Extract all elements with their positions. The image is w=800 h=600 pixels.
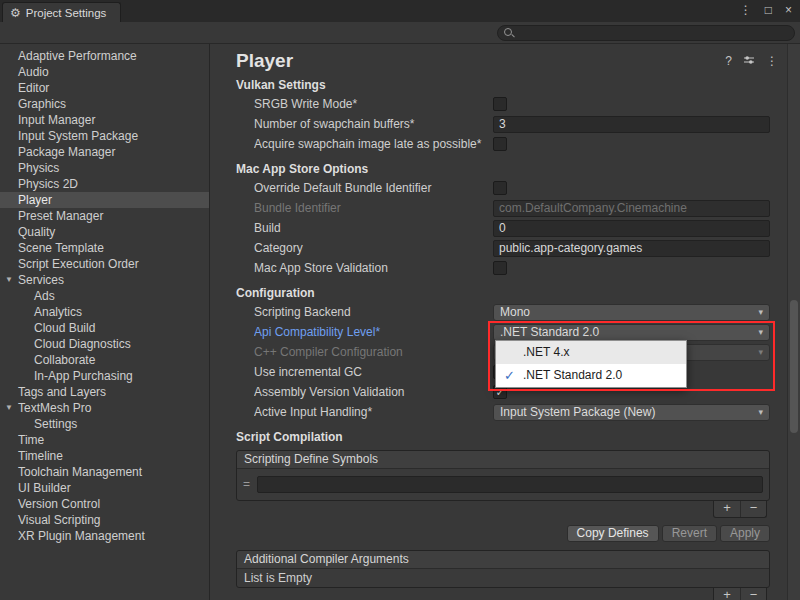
sidebar-item-package-manager[interactable]: Package Manager xyxy=(0,144,209,160)
sidebar-item-player[interactable]: Player xyxy=(0,192,209,208)
sidebar-item-label: Quality xyxy=(18,225,55,239)
sidebar-item-label: Time xyxy=(18,433,44,447)
close-icon[interactable]: × xyxy=(785,3,792,17)
sidebar-item-label: Tags and Layers xyxy=(18,385,106,399)
apply-button: Apply xyxy=(720,525,770,542)
compiler-arguments-footer: + − xyxy=(236,588,770,600)
popup-option-label: .NET Standard 2.0 xyxy=(523,368,622,382)
scripting-define-symbols-header: Scripting Define Symbols xyxy=(237,451,769,469)
sidebar-item-label: Script Execution Order xyxy=(18,257,139,271)
section-configuration: Configuration xyxy=(236,284,770,302)
sidebar-item-textmesh-pro[interactable]: ▼TextMesh Pro xyxy=(0,400,209,416)
sidebar-item-label: Cloud Diagnostics xyxy=(34,337,131,351)
sidebar-item-ui-builder[interactable]: UI Builder xyxy=(0,480,209,496)
sidebar-item-editor[interactable]: Editor xyxy=(0,80,209,96)
sidebar-item-scene-template[interactable]: Scene Template xyxy=(0,240,209,256)
panel-header: Player ? ⋮ xyxy=(210,44,800,74)
sidebar-item-version-control[interactable]: Version Control xyxy=(0,496,209,512)
sidebar-item-services[interactable]: ▼Services xyxy=(0,272,209,288)
acquire-swapchain-late-checkbox[interactable] xyxy=(493,137,507,151)
active-input-handling-dropdown[interactable]: Input System Package (New) ▾ xyxy=(493,404,770,421)
api-compatibility-dropdown[interactable]: .NET Standard 2.0 ▾ xyxy=(493,324,770,341)
help-icon[interactable]: ? xyxy=(725,54,732,68)
sidebar-item-toolchain-management[interactable]: Toolchain Management xyxy=(0,464,209,480)
sidebar-item-cloud-build[interactable]: Cloud Build xyxy=(0,320,209,336)
sidebar-item-label: TextMesh Pro xyxy=(18,401,91,415)
foldout-arrow-icon[interactable]: ▼ xyxy=(5,275,13,284)
chevron-down-icon: ▾ xyxy=(758,407,763,417)
section-script-compilation: Script Compilation xyxy=(236,428,770,446)
popup-option-net-standard-2-0[interactable]: ✓ .NET Standard 2.0 xyxy=(496,364,686,387)
sidebar-item-label: Editor xyxy=(18,81,49,95)
add-define-button[interactable]: + xyxy=(714,501,740,517)
sidebar-item-input-manager[interactable]: Input Manager xyxy=(0,112,209,128)
sidebar-item-time[interactable]: Time xyxy=(0,432,209,448)
gear-icon: ⚙ xyxy=(10,6,21,20)
sidebar-item-label: Player xyxy=(18,193,52,207)
sidebar-item-quality[interactable]: Quality xyxy=(0,224,209,240)
field-label: Category xyxy=(254,241,493,255)
sidebar-item-collaborate[interactable]: Collaborate xyxy=(0,352,209,368)
category-input[interactable] xyxy=(493,240,770,257)
field-label: Number of swapchain buffers* xyxy=(254,117,493,131)
sidebar-item-label: Version Control xyxy=(18,497,100,511)
tab-title: Project Settings xyxy=(26,7,107,19)
row-swapchain-buffers: Number of swapchain buffers* xyxy=(236,114,770,134)
sidebar-item-label: Preset Manager xyxy=(18,209,103,223)
popup-option-net-4x[interactable]: .NET 4.x xyxy=(496,341,686,364)
presets-icon[interactable] xyxy=(743,54,755,69)
check-icon: ✓ xyxy=(495,387,504,398)
add-compiler-arg-button[interactable]: + xyxy=(714,588,740,600)
section-vulkan-settings: Vulkan Settings xyxy=(236,76,770,94)
sidebar-item-xr-plugin-management[interactable]: XR Plugin Management xyxy=(0,528,209,544)
sidebar-item-analytics[interactable]: Analytics xyxy=(0,304,209,320)
sidebar-item-preset-manager[interactable]: Preset Manager xyxy=(0,208,209,224)
sidebar-item-ads[interactable]: Ads xyxy=(0,288,209,304)
field-label: Scripting Backend xyxy=(254,305,493,319)
mac-app-store-validation-checkbox[interactable] xyxy=(493,261,507,275)
search-input[interactable] xyxy=(497,25,795,41)
sidebar-item-physics-2d[interactable]: Physics 2D xyxy=(0,176,209,192)
field-label: Assembly Version Validation xyxy=(254,385,493,399)
sidebar-item-visual-scripting[interactable]: Visual Scripting xyxy=(0,512,209,528)
sidebar-item-in-app-purchasing[interactable]: In-App Purchasing xyxy=(0,368,209,384)
sidebar-item-tags-and-layers[interactable]: Tags and Layers xyxy=(0,384,209,400)
field-label: Acquire swapchain image late as possible… xyxy=(254,137,493,151)
check-icon: ✓ xyxy=(496,368,523,383)
sidebar-item-input-system-package[interactable]: Input System Package xyxy=(0,128,209,144)
foldout-arrow-icon[interactable]: ▼ xyxy=(5,403,13,412)
sidebar-item-timeline[interactable]: Timeline xyxy=(0,448,209,464)
srgb-write-mode-checkbox[interactable] xyxy=(493,97,507,111)
sidebar-item-cloud-diagnostics[interactable]: Cloud Diagnostics xyxy=(0,336,209,352)
swapchain-buffers-input[interactable] xyxy=(493,116,770,133)
sidebar-item-textmeshpro-settings[interactable]: Settings xyxy=(0,416,209,432)
sidebar-item-audio[interactable]: Audio xyxy=(0,64,209,80)
remove-compiler-arg-button[interactable]: − xyxy=(740,588,766,600)
tab-project-settings[interactable]: ⚙ Project Settings xyxy=(2,2,121,22)
sidebar-item-label: Timeline xyxy=(18,449,63,463)
sidebar-item-adaptive-performance[interactable]: Adaptive Performance xyxy=(0,48,209,64)
drag-handle-icon[interactable]: = xyxy=(243,477,250,491)
sidebar-item-label: Package Manager xyxy=(18,145,115,159)
sidebar-item-label: Physics xyxy=(18,161,59,175)
vertical-scrollbar[interactable] xyxy=(787,44,800,600)
row-build: Build xyxy=(236,218,770,238)
override-bundle-identifier-checkbox[interactable] xyxy=(493,181,507,195)
copy-defines-button[interactable]: Copy Defines xyxy=(567,525,659,542)
sidebar-item-script-execution-order[interactable]: Script Execution Order xyxy=(0,256,209,272)
build-input[interactable] xyxy=(493,220,770,237)
maximize-icon[interactable]: □ xyxy=(765,3,772,17)
window-menu-icon[interactable]: ⋮ xyxy=(740,3,752,17)
sidebar-item-graphics[interactable]: Graphics xyxy=(0,96,209,112)
sidebar-item-label: Toolchain Management xyxy=(18,465,142,479)
dropdown-value: Mono xyxy=(500,305,754,319)
sidebar-item-physics[interactable]: Physics xyxy=(0,160,209,176)
define-symbol-input[interactable] xyxy=(257,476,763,493)
kebab-menu-icon[interactable]: ⋮ xyxy=(766,54,778,68)
bundle-identifier-input xyxy=(493,200,770,217)
window-controls: ⋮ □ × xyxy=(740,3,792,17)
remove-define-button[interactable]: − xyxy=(740,501,766,517)
sidebar-item-label: Physics 2D xyxy=(18,177,78,191)
scrollbar-thumb[interactable] xyxy=(790,300,798,433)
scripting-backend-dropdown[interactable]: Mono ▾ xyxy=(493,304,770,321)
